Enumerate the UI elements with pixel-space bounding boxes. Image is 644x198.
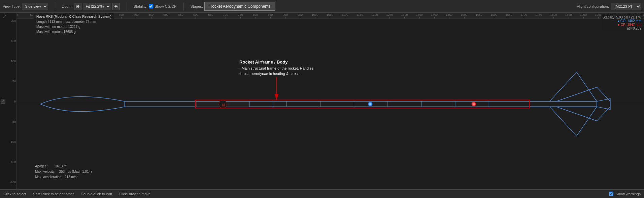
left-panel: 0° ◁ 200150100500-50-100-150-200: [0, 13, 17, 189]
acceleration-row: Max. acceleration: 213 m/s²: [35, 174, 92, 180]
atr-stat: atr=0.259: [603, 27, 641, 30]
svg-point-18: [473, 103, 475, 105]
info-panel: Nova MK8 (Modular K-Class Research Syste…: [34, 13, 114, 36]
rocket-svg: Rocket Airframe / Body - Main structural…: [17, 19, 644, 189]
view-type-select[interactable]: Side view: [22, 3, 48, 10]
view-type-group: View Type: Side view: [3, 3, 48, 10]
toolbar: View Type: Side view Zoom: ⊕ Fit (22.2%)…: [0, 0, 644, 13]
right-stats: Stability: 5.93 cal / 21.1 % ● CG: 1402 …: [601, 14, 643, 32]
velocity-label: Max. velocity:: [35, 170, 56, 173]
bottom-stats: Apogee: 3613 m Max. velocity: 353 m/s (M…: [35, 164, 92, 180]
flight-config-select[interactable]: [M2123-P]: [611, 3, 641, 10]
view-type-label: View Type:: [3, 4, 21, 8]
apogee-label: Apogee:: [35, 164, 47, 168]
angle-label: 0°: [1, 14, 7, 19]
main-area: 0° ◁ 200150100500-50-100-150-200 0501001…: [0, 13, 644, 189]
divider-1: [55, 2, 55, 10]
cp-stat: ● CP: 1847 mm: [603, 23, 641, 27]
show-cgcp-checkbox[interactable]: [149, 4, 153, 8]
stages-button[interactable]: Rocket Aerodynamic Components: [204, 2, 275, 11]
stages-label: Stages:: [191, 4, 203, 8]
acceleration-label: Max. acceleration:: [35, 175, 62, 179]
stability-group: Stability: Show CG/CP: [134, 4, 177, 8]
zoom-in-button[interactable]: ⊕: [74, 3, 81, 10]
canvas-area[interactable]: 0501001502002503003504004505005506006507…: [17, 13, 644, 189]
stability-value: Stability: 5.93 cal / 21.1 %: [603, 15, 641, 19]
zoom-out-button[interactable]: ⊖: [112, 3, 120, 10]
stability-label: Stability:: [134, 4, 148, 8]
velocity-value: 353 m/s (Mach 1.014): [59, 170, 92, 173]
acceleration-value: 213 m/s²: [65, 175, 78, 179]
status-bar: Click to select Shift+click to select ot…: [0, 189, 644, 198]
status-drag: Click+drag to move: [119, 192, 150, 196]
show-warnings-checkbox[interactable]: [609, 192, 613, 196]
rocket-title: Nova MK8 (Modular K-Class Research Syste…: [36, 14, 111, 19]
show-warnings-label: Show warnings: [615, 192, 641, 196]
status-double-click: Double-click to edit: [81, 192, 112, 196]
show-cgcp-label: Show CG/CP: [155, 4, 176, 8]
svg-point-16: [369, 103, 371, 105]
apogee-row: Apogee: 3613 m: [35, 164, 92, 169]
status-bar-right: Show warnings: [609, 192, 641, 196]
status-click-select: Click to select: [3, 192, 26, 196]
rocket-mass-no-motors: Mass with no motors 13217 g: [36, 24, 111, 29]
flight-config-label: Flight configuration:: [577, 4, 609, 8]
left-ruler: 200150100500-50-100-150-200: [0, 19, 16, 189]
rocket-mass-with-motors: Mass with motors 16688 g: [36, 29, 111, 34]
rocket-view[interactable]: Rocket Airframe / Body - Main structural…: [17, 19, 644, 189]
apogee-value: 3613 m: [55, 164, 66, 168]
zoom-select[interactable]: Fit (22.2%): [83, 3, 111, 10]
show-cgcp-group: Show CG/CP: [149, 4, 176, 8]
svg-text:- Main structural frame of the: - Main structural frame of the rocket. H…: [239, 66, 314, 70]
zoom-label: Zoom:: [62, 4, 72, 8]
svg-marker-21: [274, 94, 278, 100]
divider-2: [127, 2, 127, 10]
svg-text:Rocket Airframe / Body: Rocket Airframe / Body: [239, 60, 288, 65]
flight-config-group: Flight configuration: [M2123-P]: [577, 3, 641, 10]
status-shift-click: Shift+click to select other: [33, 192, 74, 196]
rocket-length: Length 2113 mm, max. diameter 75 mm: [36, 19, 111, 24]
zoom-group: Zoom: ⊕ Fit (22.2%) ⊖: [62, 3, 120, 10]
velocity-row: Max. velocity: 353 m/s (Mach 1.014): [35, 169, 92, 174]
cg-stat: ● CG: 1402 mm: [603, 19, 641, 23]
stages-group: Stages: Rocket Aerodynamic Components: [191, 2, 276, 11]
divider-3: [183, 2, 184, 10]
svg-text:thrust, aerodynamic heating & : thrust, aerodynamic heating & stress: [239, 72, 300, 76]
